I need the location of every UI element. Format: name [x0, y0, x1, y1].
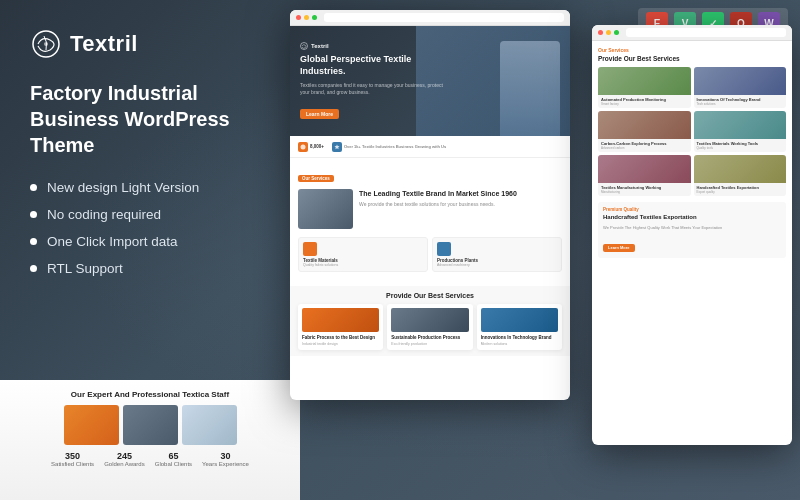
section-row-1: The Leading Textile Brand In Market Sinc… — [298, 189, 562, 229]
service-card-1: Fabric Process to the Best Design Indust… — [298, 304, 383, 350]
browser-dot-red-r — [598, 30, 603, 35]
mini-card-icon-1 — [303, 242, 317, 256]
stat-years: 30 Years Experience — [202, 451, 249, 467]
bullet-4 — [30, 265, 37, 272]
mini-card-1: Textile Materials Quality fabric solutio… — [298, 237, 428, 272]
browser-dot-yellow — [304, 15, 309, 20]
stats-bar: 8,000+ Over 1k+ Textile Industries Busin… — [290, 136, 570, 158]
right-final-cta-button[interactable]: Learn More — [603, 244, 635, 252]
service-card-title-3: Innovations In Technology Brand — [481, 335, 558, 340]
features-list: New design Light Version No coding requi… — [30, 180, 270, 276]
svg-point-3 — [301, 144, 306, 149]
right-card-3: Carbon-Carbon Exploring Process Advanced… — [598, 111, 691, 152]
feature-item-2: No coding required — [30, 207, 270, 222]
hero-section: Textril Global Perspective Textile Indus… — [290, 26, 570, 136]
service-card-sub-2: Eco-friendly production — [391, 342, 468, 346]
service-card-sub-1: Industrial textile design — [302, 342, 379, 346]
right-card-6: Handcrafted Textiles Exportation Export … — [694, 155, 787, 196]
hero-person-image — [500, 41, 560, 136]
stat-badge-2-text: Over 1k+ Textile Industries Business Gro… — [344, 144, 446, 149]
bottom-preview-images — [12, 405, 288, 445]
mini-card-2: Productions Plants Advanced machinery — [432, 237, 562, 272]
mini-card-sub-2: Advanced machinery — [437, 263, 557, 267]
center-mockup: Textril Global Perspective Textile Indus… — [290, 10, 570, 400]
right-card-img-3 — [598, 111, 691, 139]
stat-global: 65 Global Clients — [155, 451, 192, 467]
section-desc-1: We provide the best textile solutions fo… — [359, 201, 562, 209]
right-card-img-5 — [598, 155, 691, 183]
services-title: Provide Our Best Services — [298, 292, 562, 299]
bottom-preview-strip: Our Expert And Professional Textica Staf… — [0, 380, 300, 500]
award-icon — [298, 142, 308, 152]
hero-logo-icon — [300, 42, 308, 50]
right-final-text: We Provide The Highest Quality Work That… — [603, 225, 781, 231]
browser-url-bar-r — [626, 28, 786, 37]
hero-logo: Textril — [300, 42, 443, 50]
stat-clients: 350 Satisfied Clients — [51, 451, 94, 467]
thumb-2 — [123, 405, 178, 445]
hero-title: Global Perspective Textile Industries. — [300, 54, 443, 77]
hero-subtitle: Textiles companies find it easy to manag… — [300, 82, 443, 96]
bottom-preview-title: Our Expert And Professional Textica Staf… — [12, 390, 288, 399]
center-mockup-content: Our Services The Leading Textile Brand I… — [290, 158, 570, 286]
services-cards: Fabric Process to the Best Design Indust… — [298, 304, 562, 350]
right-final-label: Premium Quality — [603, 207, 781, 212]
feature-item-4: RTL Support — [30, 261, 270, 276]
star-icon — [332, 142, 342, 152]
service-card-title-2: Sustainable Production Process — [391, 335, 468, 340]
service-card-2: Sustainable Production Process Eco-frien… — [387, 304, 472, 350]
right-card-img-2 — [694, 67, 787, 95]
browser-dot-red — [296, 15, 301, 20]
hero-cta-button[interactable]: Learn More — [300, 109, 339, 119]
browser-bar-right — [592, 25, 792, 41]
hero-logo-text: Textril — [311, 43, 329, 49]
svg-marker-4 — [334, 144, 339, 149]
stat-badge-1: 8,000+ — [298, 142, 324, 152]
section-label: Our Services — [298, 175, 334, 182]
feature-item-3: One Click Import data — [30, 234, 270, 249]
browser-dot-green-r — [614, 30, 619, 35]
logo-area: Textril — [30, 28, 270, 60]
right-card-img-4 — [694, 111, 787, 139]
left-panel: Textril Factory Industrial Business Word… — [0, 0, 300, 500]
browser-dot-green — [312, 15, 317, 20]
browser-dot-yellow-r — [606, 30, 611, 35]
stat-badge-2: Over 1k+ Textile Industries Business Gro… — [332, 142, 446, 152]
section-img-1 — [298, 189, 353, 229]
browser-url-bar — [324, 13, 564, 22]
logo-text: Textril — [70, 31, 138, 57]
bullet-2 — [30, 211, 37, 218]
right-cards-grid: Automated Production Monitoring Smart fa… — [598, 67, 786, 196]
thumb-3 — [182, 405, 237, 445]
right-section-title: Provide Our Best Services — [598, 55, 786, 63]
right-card-4: Textiles Materials Working Tools Quality… — [694, 111, 787, 152]
feature-item-1: New design Light Version — [30, 180, 270, 195]
bottom-stats: 350 Satisfied Clients 245 Golden Awards … — [12, 451, 288, 467]
right-card-2: Innovations Of Technology Brand Tech sol… — [694, 67, 787, 108]
right-card-img-6 — [694, 155, 787, 183]
section-title-1: The Leading Textile Brand In Market Sinc… — [359, 189, 562, 198]
service-card-img-3 — [481, 308, 558, 332]
thumb-1 — [64, 405, 119, 445]
right-panel: E V ✓ Q W — [300, 0, 800, 500]
mini-card-sub-1: Quality fabric solutions — [303, 263, 423, 267]
service-card-title-1: Fabric Process to the Best Design — [302, 335, 379, 340]
right-section-label: Our Services — [598, 47, 786, 53]
main-container: Textril Factory Industrial Business Word… — [0, 0, 800, 500]
right-mockup: Our Services Provide Our Best Services A… — [592, 25, 792, 445]
services-section: Provide Our Best Services Fabric Process… — [290, 286, 570, 356]
hero-content: Textril Global Perspective Textile Indus… — [300, 42, 443, 119]
service-card-3: Innovations In Technology Brand Modern s… — [477, 304, 562, 350]
right-card-5: Textiles Manufacturing Working Manufactu… — [598, 155, 691, 196]
service-card-img-1 — [302, 308, 379, 332]
product-title: Factory Industrial Business WordPress Th… — [30, 80, 270, 158]
browser-bar-center — [290, 10, 570, 26]
service-card-sub-3: Modern solutions — [481, 342, 558, 346]
right-card-img-1 — [598, 67, 691, 95]
right-final-title: Handcrafted Textiles Exportation — [603, 214, 781, 222]
satisfied-clients-text: 8,000+ — [310, 144, 324, 149]
svg-point-1 — [44, 42, 48, 46]
right-mock-section: Our Services Provide Our Best Services A… — [592, 41, 792, 264]
bullet-1 — [30, 184, 37, 191]
stat-awards: 245 Golden Awards — [104, 451, 145, 467]
